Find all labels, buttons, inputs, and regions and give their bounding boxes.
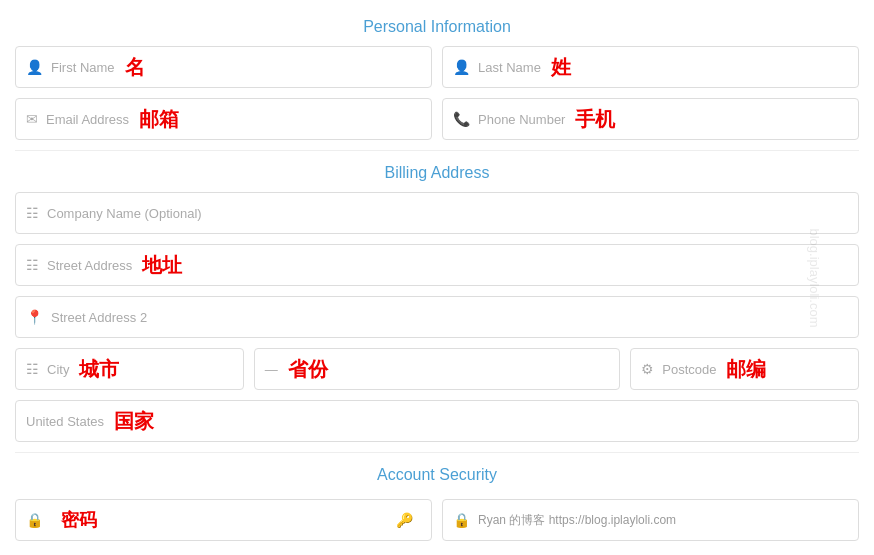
password-chinese: 密码: [61, 508, 97, 532]
company-field[interactable]: ☷ Company Name (Optional): [15, 192, 859, 234]
email-field[interactable]: ✉ Email Address 邮箱: [15, 98, 432, 140]
street2-field[interactable]: 📍 Street Address 2: [15, 296, 859, 338]
location-icon: 📍: [26, 309, 43, 325]
state-chinese: 省份: [288, 356, 328, 383]
country-value: United States: [26, 414, 104, 429]
street-icon: ☷: [26, 257, 39, 273]
email-chinese: 邮箱: [139, 106, 179, 133]
personal-info-section: Personal Information 👤 First Name 名 👤 La…: [15, 10, 859, 140]
last-name-placeholder: Last Name: [478, 60, 541, 75]
account-security-title: Account Security: [15, 458, 859, 494]
street1-row: ☷ Street Address 地址: [15, 244, 859, 286]
email-icon: ✉: [26, 111, 38, 127]
building-icon: ☷: [26, 205, 39, 221]
person-icon-2: 👤: [453, 59, 470, 75]
city-placeholder: City: [47, 362, 69, 377]
password-field[interactable]: 🔒 密码 🔑: [15, 499, 432, 541]
state-field[interactable]: — 省份: [254, 348, 621, 390]
state-placeholder: —: [265, 362, 278, 377]
city-icon: ☷: [26, 361, 39, 377]
divider-2: [15, 452, 859, 453]
divider-1: [15, 150, 859, 151]
postcode-icon: ⚙: [641, 361, 654, 377]
email-placeholder: Email Address: [46, 112, 129, 127]
country-row: United States 国家: [15, 400, 859, 442]
company-placeholder: Company Name (Optional): [47, 206, 202, 221]
company-row: ☷ Company Name (Optional): [15, 192, 859, 234]
contact-row: ✉ Email Address 邮箱 📞 Phone Number 手机: [15, 98, 859, 140]
last-name-field[interactable]: 👤 Last Name 姓: [442, 46, 859, 88]
first-name-chinese: 名: [125, 54, 145, 81]
last-name-chinese: 姓: [551, 54, 571, 81]
account-security-section: Account Security 🔒 密码 🔑 🔒 Ryan 的博客 https…: [15, 458, 859, 541]
confirm-password-field[interactable]: 🔒 Ryan 的博客 https://blog.iplayloli.com: [442, 499, 859, 541]
watermark-text: Ryan 的博客 https://blog.iplayloli.com: [478, 512, 676, 529]
city-field[interactable]: ☷ City 城市: [15, 348, 244, 390]
phone-field[interactable]: 📞 Phone Number 手机: [442, 98, 859, 140]
postcode-placeholder: Postcode: [662, 362, 716, 377]
street2-placeholder: Street Address 2: [51, 310, 147, 325]
street1-field[interactable]: ☷ Street Address 地址: [15, 244, 859, 286]
postcode-chinese: 邮编: [726, 356, 766, 383]
lock-icon: 🔒: [26, 512, 43, 528]
country-field[interactable]: United States 国家: [15, 400, 859, 442]
key-icon: 🔑: [396, 512, 413, 528]
phone-icon: 📞: [453, 111, 470, 127]
billing-address-title: Billing Address: [15, 156, 859, 192]
billing-address-section: Billing Address ☷ Company Name (Optional…: [15, 156, 859, 442]
first-name-field[interactable]: 👤 First Name 名: [15, 46, 432, 88]
password-row: 🔒 密码 🔑 🔒 Ryan 的博客 https://blog.iplayloli…: [15, 499, 859, 541]
page-container: Personal Information 👤 First Name 名 👤 La…: [0, 0, 874, 555]
city-chinese: 城市: [79, 356, 119, 383]
postcode-field[interactable]: ⚙ Postcode 邮编: [630, 348, 859, 390]
first-name-placeholder: First Name: [51, 60, 115, 75]
lock-icon-2: 🔒: [453, 512, 470, 528]
phone-placeholder: Phone Number: [478, 112, 565, 127]
city-state-postcode-row: ☷ City 城市 — 省份 ⚙ Postcode 邮编: [15, 348, 859, 390]
street2-row: 📍 Street Address 2: [15, 296, 859, 338]
street1-chinese: 地址: [142, 252, 182, 279]
personal-info-title: Personal Information: [15, 10, 859, 46]
person-icon: 👤: [26, 59, 43, 75]
street1-placeholder: Street Address: [47, 258, 132, 273]
country-chinese: 国家: [114, 408, 154, 435]
phone-chinese: 手机: [575, 106, 615, 133]
name-row: 👤 First Name 名 👤 Last Name 姓: [15, 46, 859, 88]
